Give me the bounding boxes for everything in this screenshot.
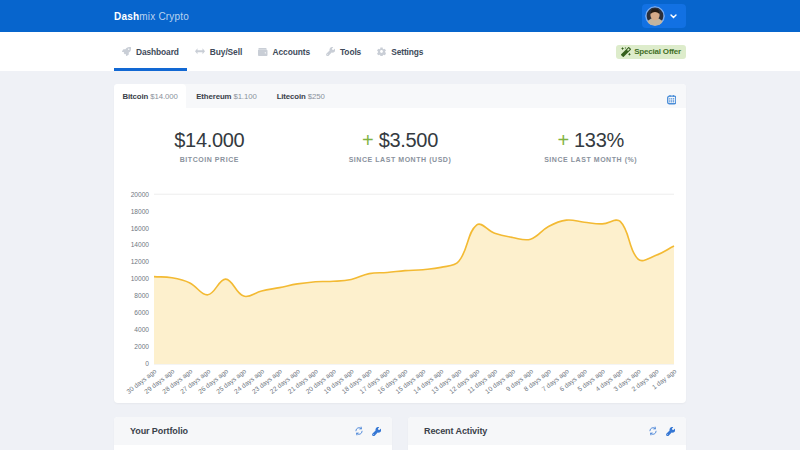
svg-text:18000: 18000 [131,208,150,215]
svg-text:6000: 6000 [134,309,149,316]
svg-text:10000: 10000 [131,275,150,282]
svg-text:16000: 16000 [131,225,150,232]
svg-text:0: 0 [145,360,149,367]
svg-text:4000: 4000 [134,326,149,333]
svg-text:14000: 14000 [131,241,150,248]
svg-text:2000: 2000 [134,343,149,350]
svg-text:20000: 20000 [131,191,150,198]
svg-text:12000: 12000 [131,258,150,265]
svg-text:8000: 8000 [134,292,149,299]
